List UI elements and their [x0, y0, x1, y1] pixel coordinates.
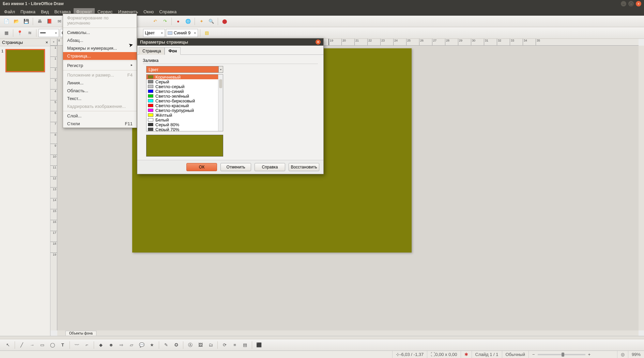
tab-page[interactable]: Страница: [139, 47, 165, 55]
color-list-item[interactable]: Жёлтый: [147, 113, 223, 117]
color-list-item[interactable]: Коричневый: [147, 75, 223, 79]
layer-tab[interactable]: Объекты фона: [65, 331, 96, 336]
status-zoom-fit-icon[interactable]: ◎: [617, 351, 628, 358]
menu-window[interactable]: Окно: [141, 8, 156, 15]
chart-button[interactable]: ●: [174, 17, 183, 26]
format-menu-item[interactable]: Линия...: [63, 79, 137, 87]
format-menu-item[interactable]: СтилиF11: [63, 120, 137, 128]
arrange-tool[interactable]: ▤: [241, 341, 249, 349]
gluepoints-tool[interactable]: ✪: [172, 341, 181, 349]
rotate-tool[interactable]: ⟳: [220, 341, 229, 349]
color-list-item[interactable]: Серый 80%: [147, 122, 223, 127]
ok-button[interactable]: ОК: [186, 163, 217, 171]
export-pdf-button[interactable]: 📕: [45, 17, 54, 26]
vertical-ruler[interactable]: 112345678910111213141516171819: [50, 46, 57, 330]
color-list-item[interactable]: Белый: [147, 117, 223, 122]
color-list-scrollbar[interactable]: [218, 75, 223, 131]
fill-type-combo[interactable]: Цвет ▾: [146, 66, 223, 73]
navigator-button[interactable]: ✦: [197, 17, 206, 26]
format-menu-item[interactable]: Текст...: [63, 95, 137, 102]
basic-shapes-tool[interactable]: ◆: [96, 341, 105, 349]
gallery-tool[interactable]: 🗂: [206, 341, 215, 349]
format-menu-item[interactable]: Абзац...: [63, 36, 137, 44]
menu-help[interactable]: Справка: [156, 8, 179, 15]
format-menu-item[interactable]: Символы...: [63, 29, 137, 36]
print-button[interactable]: 🖶: [35, 17, 44, 26]
dialog-titlebar[interactable]: Параметры страницы ×: [137, 38, 323, 46]
color-list-item[interactable]: Светло-зелёный: [147, 94, 223, 98]
format-menu-item[interactable]: Область...: [63, 87, 137, 95]
select-tool[interactable]: ↖: [3, 341, 12, 349]
save-button[interactable]: 💾: [22, 17, 31, 26]
color-list-item[interactable]: Светло-серый: [147, 84, 223, 89]
text-tool[interactable]: T: [58, 341, 67, 349]
cancel-button[interactable]: Отменить: [220, 163, 251, 171]
ellipse-tool[interactable]: ◯: [48, 341, 57, 349]
align-tool[interactable]: ≡: [230, 341, 239, 349]
pages-panel-close-icon[interactable]: ×: [45, 40, 48, 45]
symbol-shapes-tool[interactable]: ☻: [107, 341, 116, 349]
extrude-tool[interactable]: ⬛: [255, 341, 263, 349]
align-button[interactable]: ≋: [25, 29, 34, 37]
color-list-item[interactable]: Светло-красный: [147, 103, 223, 108]
drawing-toolbar: ↖ ╱ → ▭ ◯ T 〰 ⌐ ◆ ☻ ⇨ ▱ 💬 ★ ✎ ✪ Ⓐ 🖼 🗂 ⟳ …: [0, 339, 644, 351]
from-file-tool[interactable]: 🖼: [196, 341, 205, 349]
line-style-combo[interactable]: ━━▾: [39, 29, 59, 37]
callout-tool[interactable]: 💬: [137, 341, 146, 349]
arrow-tool[interactable]: →: [28, 341, 36, 349]
tab-background[interactable]: Фон: [165, 47, 181, 55]
fill-color-combo[interactable]: Синий 9▾: [166, 29, 198, 37]
new-doc-button[interactable]: 📄: [2, 17, 11, 26]
zoom-button[interactable]: 🔍: [207, 17, 216, 26]
line-tool[interactable]: ╱: [17, 341, 26, 349]
fill-group-label: Заливка: [143, 58, 318, 64]
color-list-item[interactable]: Светло-синий: [147, 89, 223, 94]
vertical-scrollbar[interactable]: [639, 46, 644, 330]
page-thumbnail-row[interactable]: 1: [0, 46, 50, 75]
maximize-button[interactable]: ◯: [628, 1, 634, 6]
zoom-slider-field[interactable]: −+: [528, 351, 617, 358]
color-list-item[interactable]: Светло-бирюзовый: [147, 98, 223, 103]
format-menu-item[interactable]: Страница...: [63, 52, 137, 60]
horizontal-scrollbar[interactable]: Объекты фона: [57, 330, 639, 336]
chevron-down-icon[interactable]: ▾: [218, 66, 223, 73]
dialog-close-icon[interactable]: ×: [316, 39, 321, 45]
undo-button[interactable]: ↶: [151, 17, 159, 26]
curve-tool[interactable]: 〰: [72, 341, 81, 349]
shadow-button[interactable]: ▧: [202, 29, 211, 37]
color-swatch-icon: [148, 85, 153, 88]
block-arrows-tool[interactable]: ⇨: [117, 341, 126, 349]
hyperlink-button[interactable]: 🌐: [184, 17, 193, 26]
status-pos: ⊹ -6,03 / -1,37: [392, 351, 427, 358]
stars-tool[interactable]: ★: [148, 341, 156, 349]
help-icon[interactable]: ⬤: [220, 17, 229, 26]
fill-type-combo[interactable]: Цвет▾: [143, 29, 165, 37]
format-menu-item[interactable]: Регистр▸: [63, 62, 137, 69]
points-tool[interactable]: ✎: [162, 341, 170, 349]
color-list-item[interactable]: Серый 70%: [147, 127, 223, 131]
color-list-item[interactable]: Серый: [147, 79, 223, 84]
dialog-body: Заливка Цвет ▾ КоричневыйСерыйСветло-сер…: [137, 55, 323, 160]
help-button[interactable]: Справка: [255, 163, 285, 171]
color-list-item[interactable]: Светло-пурпурный: [147, 108, 223, 113]
anchor-button[interactable]: 📍: [15, 29, 24, 37]
menu-view[interactable]: Вид: [38, 8, 52, 15]
reset-button[interactable]: Восстановить: [289, 163, 319, 171]
zoom-slider[interactable]: [538, 354, 585, 355]
fontwork-tool[interactable]: Ⓐ: [186, 341, 195, 349]
format-menu-item[interactable]: Слой...: [63, 112, 137, 120]
page-thumbnail[interactable]: [5, 49, 45, 72]
minimize-button[interactable]: –: [621, 1, 626, 6]
format-menu-item[interactable]: Маркеры и нумерация...: [63, 44, 137, 52]
status-zoom[interactable]: 99%: [628, 351, 644, 358]
menu-edit[interactable]: Правка: [18, 8, 38, 15]
flowchart-tool[interactable]: ▱: [127, 341, 136, 349]
arrange-button[interactable]: ▦: [2, 29, 11, 37]
connector-tool[interactable]: ⌐: [82, 341, 91, 349]
rect-tool[interactable]: ▭: [38, 341, 47, 349]
redo-button[interactable]: ↷: [160, 17, 169, 26]
open-button[interactable]: 📂: [12, 17, 21, 26]
color-listbox[interactable]: КоричневыйСерыйСветло-серыйСветло-синийС…: [146, 74, 223, 131]
menu-file[interactable]: Файл: [1, 8, 18, 15]
close-button[interactable]: ×: [636, 1, 641, 6]
